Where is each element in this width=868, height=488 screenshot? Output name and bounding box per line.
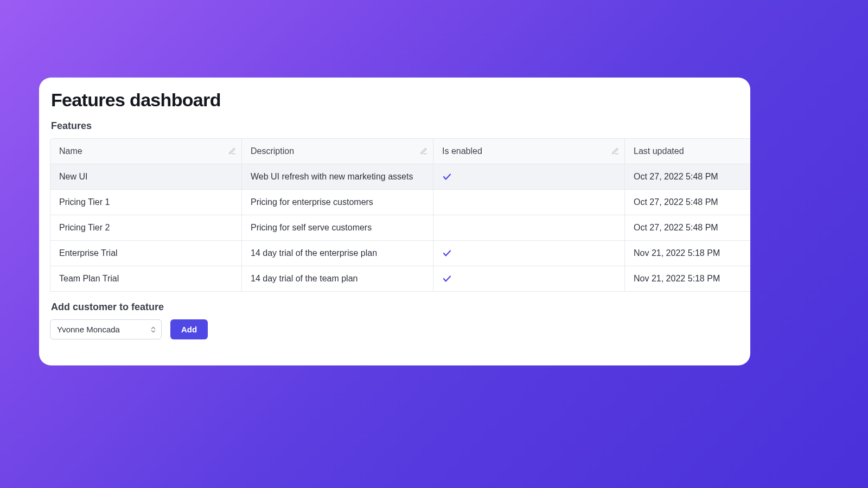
- table-row[interactable]: Pricing Tier 1Pricing for enterprise cus…: [50, 190, 750, 215]
- chevron-up-down-icon: [151, 326, 156, 332]
- table-row[interactable]: Team Plan Trial14 day trial of the team …: [50, 266, 750, 292]
- features-section-label: Features: [51, 120, 750, 132]
- pencil-icon[interactable]: [420, 147, 427, 155]
- cell-description[interactable]: Web UI refresh with new marketing assets: [241, 164, 433, 190]
- check-icon: [442, 274, 616, 284]
- add-customer-form: Yvonne Moncada Add: [50, 319, 750, 339]
- col-header-name-text: Name: [59, 146, 82, 156]
- features-table: Name Description Is enabled: [50, 138, 750, 292]
- check-icon: [442, 248, 616, 258]
- cell-updated[interactable]: Oct 27, 2022 5:48 PM: [624, 190, 750, 215]
- col-header-updated[interactable]: Last updated: [624, 138, 750, 164]
- customer-select[interactable]: Yvonne Moncada: [50, 319, 162, 339]
- cell-description[interactable]: Pricing for self serve customers: [241, 215, 433, 241]
- table-row[interactable]: New UIWeb UI refresh with new marketing …: [50, 164, 750, 190]
- cell-updated[interactable]: Oct 27, 2022 5:48 PM: [624, 215, 750, 241]
- cell-enabled[interactable]: [433, 241, 624, 266]
- add-button[interactable]: Add: [170, 319, 208, 339]
- col-header-updated-text: Last updated: [634, 146, 684, 156]
- pencil-icon[interactable]: [611, 147, 619, 155]
- cell-name[interactable]: Enterprise Trial: [50, 241, 241, 266]
- col-header-description-text: Description: [251, 146, 294, 156]
- pencil-icon[interactable]: [228, 147, 236, 155]
- cell-description[interactable]: 14 day trial of the team plan: [241, 266, 433, 292]
- table-row[interactable]: Enterprise Trial14 day trial of the ente…: [50, 241, 750, 266]
- cell-enabled[interactable]: [433, 190, 624, 215]
- cell-name[interactable]: Pricing Tier 2: [50, 215, 241, 241]
- dashboard-card: Features dashboard Features Name Descrip…: [39, 78, 750, 365]
- page-title: Features dashboard: [51, 89, 750, 111]
- cell-name[interactable]: New UI: [50, 164, 241, 190]
- customer-select-value: Yvonne Moncada: [57, 325, 120, 334]
- col-header-enabled[interactable]: Is enabled: [433, 138, 624, 164]
- cell-name[interactable]: Pricing Tier 1: [50, 190, 241, 215]
- cell-name[interactable]: Team Plan Trial: [50, 266, 241, 292]
- cell-enabled[interactable]: [433, 215, 624, 241]
- cell-description[interactable]: 14 day trial of the enterprise plan: [241, 241, 433, 266]
- cell-updated[interactable]: Oct 27, 2022 5:48 PM: [624, 164, 750, 190]
- col-header-enabled-text: Is enabled: [442, 146, 482, 156]
- add-customer-section-label: Add customer to feature: [51, 301, 750, 313]
- cell-updated[interactable]: Nov 21, 2022 5:18 PM: [624, 266, 750, 292]
- cell-enabled[interactable]: [433, 164, 624, 190]
- cell-enabled[interactable]: [433, 266, 624, 292]
- col-header-name[interactable]: Name: [50, 138, 241, 164]
- col-header-description[interactable]: Description: [241, 138, 433, 164]
- table-row[interactable]: Pricing Tier 2Pricing for self serve cus…: [50, 215, 750, 241]
- check-icon: [442, 172, 616, 182]
- cell-updated[interactable]: Nov 21, 2022 5:18 PM: [624, 241, 750, 266]
- cell-description[interactable]: Pricing for enterprise customers: [241, 190, 433, 215]
